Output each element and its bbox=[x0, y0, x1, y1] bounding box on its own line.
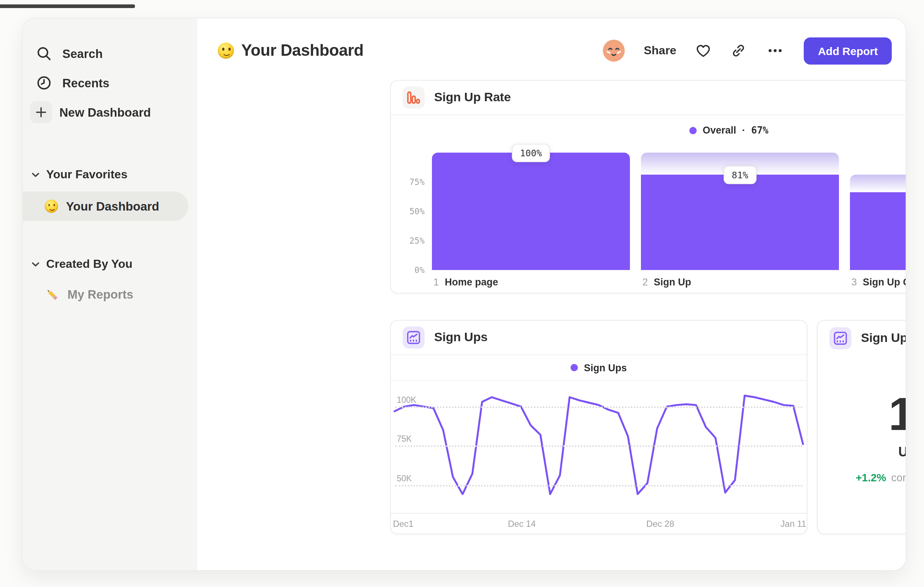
funnel-ghost bbox=[850, 175, 906, 193]
legend-value: 67% bbox=[751, 125, 769, 136]
legend-series: Sign Ups bbox=[584, 362, 627, 373]
screen: Search Recents New Dashboard Your Favori… bbox=[0, 0, 924, 587]
sidebar-item-search[interactable]: Search bbox=[23, 39, 197, 68]
signups-line-series bbox=[391, 382, 807, 513]
smiley-emoji bbox=[218, 43, 234, 59]
legend-dot bbox=[689, 127, 697, 134]
add-report-button[interactable]: Add Report bbox=[804, 37, 892, 64]
sidebar-item-new-dashboard[interactable]: New Dashboard bbox=[23, 98, 197, 127]
gridline bbox=[395, 484, 802, 486]
card-header: Sign Up Rate bbox=[391, 81, 906, 115]
today-metric: 100K Unique Users +1.2% compared to prev… bbox=[818, 355, 906, 533]
section-label: Created By You bbox=[46, 258, 132, 271]
page-header: Your Dashboard Share bbox=[197, 35, 892, 67]
search-icon bbox=[36, 45, 52, 62]
funnel-step[interactable]: 100%1Home page bbox=[432, 153, 630, 270]
app-window: Search Recents New Dashboard Your Favori… bbox=[22, 18, 906, 571]
user-avatar[interactable] bbox=[603, 40, 625, 62]
funnel-y-axis: 75%50%25%0% bbox=[401, 153, 432, 270]
chevron-down-icon bbox=[31, 172, 40, 177]
funnel-bar[interactable] bbox=[641, 175, 839, 270]
funnel-legend: Overall · 67% bbox=[391, 125, 906, 136]
sign-ups-card: Sign Ups Sign Ups 100K75K50K Dec1Dec 14D… bbox=[390, 320, 807, 534]
sidebar-item-my-reports[interactable]: My Reports bbox=[23, 279, 197, 309]
y-tick-label: 50% bbox=[409, 206, 425, 217]
funnel-bars: 100%1Home page81%2Sign Up82%3Sign Up Con… bbox=[432, 153, 906, 270]
plus-icon bbox=[30, 101, 52, 123]
funnel-category-label: 3Sign Up Confirmation bbox=[851, 277, 906, 288]
funnel-plot: 75%50%25%0% 100%1Home page81%2Sign Up82%… bbox=[401, 153, 906, 270]
sidebar-section-created-by-you[interactable]: Created By You bbox=[23, 252, 197, 277]
gridline bbox=[395, 407, 802, 408]
sign-up-rate-card: Sign Up Rate Overall · 67% 75%50%25%0% 1… bbox=[390, 80, 906, 293]
card-header: Sign Ups bbox=[391, 321, 807, 355]
more-options-icon[interactable] bbox=[766, 43, 785, 59]
card-header: Sign Ups Today bbox=[818, 321, 906, 355]
funnel-value-label: 81% bbox=[723, 166, 756, 185]
sidebar-item-recents[interactable]: Recents bbox=[23, 68, 197, 98]
metric-label: Unique Users bbox=[898, 445, 906, 460]
funnel-step[interactable]: 81%2Sign Up bbox=[641, 153, 839, 270]
y-tick-label: 100K bbox=[397, 395, 417, 407]
x-tick-label: Dec1 bbox=[393, 519, 414, 529]
card-title: Sign Up Rate bbox=[434, 90, 511, 105]
sidebar-item-label: New Dashboard bbox=[59, 105, 151, 119]
metric-delta: +1.2% bbox=[856, 472, 886, 484]
x-tick-label: Jan 11 bbox=[780, 519, 806, 529]
x-tick-label: Dec 28 bbox=[647, 519, 674, 529]
main-content: Your Dashboard Share bbox=[197, 18, 906, 570]
funnel-category-label: 2Sign Up bbox=[642, 277, 691, 288]
screen-artifact-strip bbox=[0, 4, 135, 8]
sidebar-item-label: Your Dashboard bbox=[66, 199, 159, 213]
section-label: Your Favorites bbox=[46, 168, 128, 181]
funnel-step[interactable]: 82%3Sign Up Confirmation bbox=[850, 153, 906, 270]
line-legend-row: Sign Ups bbox=[391, 355, 807, 381]
y-tick-label: 75% bbox=[409, 177, 425, 187]
smiley-emoji bbox=[45, 200, 58, 213]
y-tick-label: 25% bbox=[409, 236, 425, 246]
sidebar-section-your-favorites[interactable]: Your Favorites bbox=[23, 162, 197, 187]
funnel-category-label: 1Home page bbox=[433, 277, 498, 288]
line-x-axis: Dec1Dec 14Dec 28Jan 11 bbox=[391, 513, 807, 533]
bar-chart-icon bbox=[403, 87, 425, 109]
legend-series: Overall bbox=[703, 125, 736, 136]
line-chart-icon bbox=[403, 327, 425, 349]
gridline bbox=[395, 446, 802, 447]
favorite-heart-icon[interactable] bbox=[696, 43, 712, 59]
x-tick-label: Dec 14 bbox=[508, 519, 536, 529]
metric-delta-caption: compared to previous period bbox=[891, 472, 906, 484]
sidebar-item-label: My Reports bbox=[68, 287, 134, 301]
y-tick-label: 75K bbox=[397, 435, 412, 446]
line-plot[interactable]: 100K75K50K bbox=[391, 382, 807, 513]
funnel-bar[interactable] bbox=[432, 153, 630, 270]
pencil-emoji bbox=[45, 287, 59, 302]
card-title: Sign Ups bbox=[434, 330, 488, 345]
legend-separator: · bbox=[742, 125, 746, 136]
funnel-bar[interactable] bbox=[850, 193, 906, 270]
sidebar-item-label: Search bbox=[62, 46, 103, 61]
y-tick-label: 50K bbox=[397, 474, 412, 484]
clock-icon bbox=[36, 75, 52, 91]
y-tick-label: 0% bbox=[414, 265, 425, 275]
line-chart-icon bbox=[829, 327, 851, 349]
page-title: Your Dashboard bbox=[241, 41, 363, 60]
funnel-value-label: 100% bbox=[512, 144, 550, 162]
card-title: Sign Ups Today bbox=[861, 331, 906, 345]
sign-ups-today-card: Sign Ups Today 100K Unique Users +1.2% c… bbox=[817, 320, 906, 534]
share-button[interactable]: Share bbox=[644, 44, 676, 57]
sidebar: Search Recents New Dashboard Your Favori… bbox=[23, 18, 197, 570]
sidebar-item-your-dashboard-active[interactable]: Your Dashboard bbox=[23, 192, 188, 221]
sidebar-item-label: Recents bbox=[62, 76, 109, 90]
copy-link-icon[interactable] bbox=[731, 43, 747, 59]
metric-value: 100K bbox=[888, 387, 906, 440]
chevron-down-icon bbox=[31, 261, 40, 267]
legend-dot bbox=[571, 364, 578, 371]
